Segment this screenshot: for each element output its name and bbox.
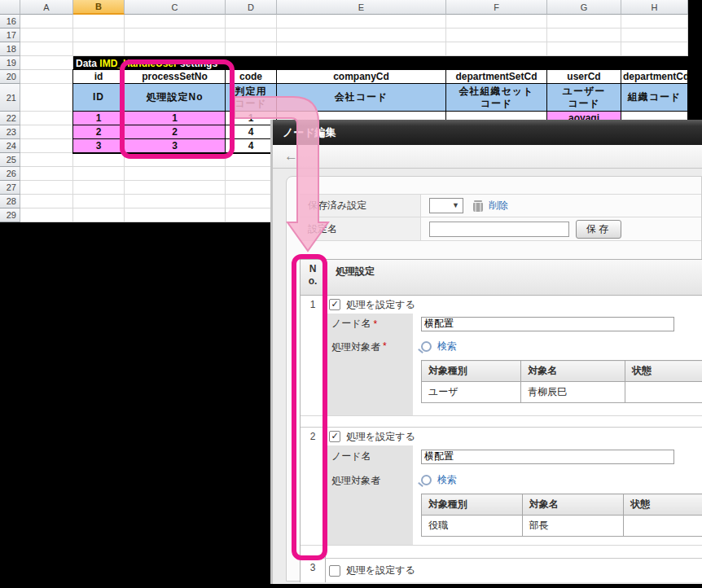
field-header-userCd[interactable]: userCd — [547, 70, 621, 84]
trash-icon[interactable] — [473, 200, 483, 212]
delete-link[interactable]: 削除 — [489, 199, 508, 213]
grid-cell[interactable] — [547, 29, 621, 42]
grid-cell[interactable] — [226, 208, 277, 222]
set-process-checkbox[interactable] — [329, 565, 340, 577]
saved-settings-select[interactable]: ▼ — [429, 198, 463, 213]
column-header-G[interactable]: G — [547, 0, 621, 15]
data-cell[interactable]: 1 — [125, 112, 226, 125]
grid-cell[interactable] — [547, 42, 621, 56]
grid-cell[interactable] — [125, 208, 226, 222]
grid-cell[interactable] — [125, 195, 226, 208]
grid-cell[interactable] — [226, 15, 277, 29]
grid-cell[interactable] — [73, 181, 125, 195]
select-all-corner[interactable] — [0, 0, 20, 15]
node-name-input[interactable] — [421, 450, 674, 464]
grid-cell[interactable] — [73, 153, 125, 167]
grid-cell[interactable] — [20, 195, 73, 208]
grid-cell[interactable] — [446, 29, 547, 42]
data-cell[interactable]: 4 — [226, 139, 277, 153]
data-cell[interactable]: 3 — [73, 139, 125, 153]
label-header[interactable]: ユーザー コード — [547, 84, 621, 112]
column-header-C[interactable]: C — [125, 0, 226, 15]
grid-cell[interactable] — [73, 208, 125, 222]
data-cell[interactable]: 2 — [125, 125, 226, 139]
grid-cell[interactable] — [446, 15, 547, 29]
grid-cell[interactable] — [20, 153, 73, 167]
grid-cell[interactable] — [20, 56, 73, 70]
grid-cell[interactable] — [125, 29, 226, 42]
grid-cell[interactable] — [277, 42, 446, 56]
set-process-checkbox[interactable]: ✓ — [329, 431, 340, 442]
grid-cell[interactable] — [446, 42, 547, 56]
row-header-16[interactable]: 16 — [0, 15, 20, 29]
data-cell[interactable]: 2 — [73, 125, 125, 139]
column-header-H[interactable]: H — [621, 0, 688, 15]
grid-cell[interactable] — [20, 70, 73, 84]
grid-cell[interactable] — [226, 42, 277, 56]
grid-cell[interactable] — [125, 42, 226, 56]
grid-cell[interactable] — [20, 84, 73, 112]
grid-cell[interactable] — [621, 15, 688, 29]
grid-cell[interactable] — [20, 15, 73, 29]
row-header-23[interactable]: 23 — [0, 125, 20, 139]
grid-cell[interactable] — [20, 42, 73, 56]
back-arrow-icon[interactable]: ← — [284, 148, 298, 165]
grid-cell[interactable] — [73, 15, 125, 29]
grid-cell[interactable] — [277, 15, 446, 29]
grid-cell[interactable] — [20, 125, 73, 139]
row-header-19[interactable]: 19 — [0, 56, 20, 70]
grid-cell[interactable] — [125, 15, 226, 29]
row-header-27[interactable]: 27 — [0, 181, 20, 195]
grid-cell[interactable] — [20, 139, 73, 153]
row-header-20[interactable]: 20 — [0, 70, 20, 84]
data-cell[interactable]: 3 — [125, 139, 226, 153]
grid-cell[interactable] — [226, 153, 277, 167]
data-cell[interactable]: 1 — [73, 112, 125, 125]
setting-name-input[interactable] — [429, 222, 569, 237]
set-process-checkbox[interactable]: ✓ — [329, 299, 340, 310]
grid-cell[interactable] — [621, 29, 688, 42]
column-header-D[interactable]: D — [226, 0, 277, 15]
label-header[interactable]: 組織コード — [621, 84, 688, 112]
label-header[interactable]: 会社コード — [277, 84, 446, 112]
label-header[interactable]: 会社組織セット コード — [446, 84, 547, 112]
grid-cell[interactable] — [20, 181, 73, 195]
grid-cell[interactable] — [20, 208, 73, 222]
grid-cell[interactable] — [226, 167, 277, 181]
row-header-29[interactable]: 29 — [0, 208, 20, 222]
label-header[interactable]: 判定用 コード — [226, 84, 277, 112]
row-header-22[interactable]: 22 — [0, 112, 20, 125]
grid-cell[interactable] — [73, 29, 125, 42]
row-header-25[interactable]: 25 — [0, 153, 20, 167]
node-name-input[interactable] — [421, 317, 674, 331]
grid-cell[interactable] — [621, 42, 688, 56]
grid-cell[interactable] — [226, 195, 277, 208]
grid-cell[interactable] — [226, 181, 277, 195]
grid-cell[interactable] — [125, 167, 226, 181]
row-header-21[interactable]: 21 — [0, 84, 20, 112]
grid-cell[interactable] — [226, 29, 277, 42]
grid-cell[interactable] — [73, 42, 125, 56]
row-header-28[interactable]: 28 — [0, 195, 20, 208]
column-header-F[interactable]: F — [446, 0, 547, 15]
grid-cell[interactable] — [125, 153, 226, 167]
column-header-B[interactable]: B — [73, 0, 125, 15]
field-header-processSetNo[interactable]: processSetNo — [125, 70, 226, 84]
search-link[interactable]: 検索 — [437, 473, 457, 487]
row-header-26[interactable]: 26 — [0, 167, 20, 181]
row-header-24[interactable]: 24 — [0, 139, 20, 153]
grid-cell[interactable] — [125, 181, 226, 195]
field-header-code[interactable]: code — [226, 70, 277, 84]
field-header-departmentSetCd[interactable]: departmentSetCd — [446, 70, 547, 84]
label-header[interactable]: 処理設定No — [125, 84, 226, 112]
search-link[interactable]: 検索 — [437, 340, 457, 353]
row-header-18[interactable]: 18 — [0, 42, 20, 56]
grid-cell[interactable] — [73, 167, 125, 181]
field-header-companyCd[interactable]: companyCd — [277, 70, 446, 84]
row-header-17[interactable]: 17 — [0, 29, 20, 42]
column-header-A[interactable]: A — [20, 0, 73, 15]
grid-cell[interactable] — [73, 195, 125, 208]
grid-cell[interactable] — [20, 112, 73, 125]
save-button[interactable]: 保存 — [576, 220, 621, 239]
data-cell[interactable]: 4 — [226, 125, 277, 139]
